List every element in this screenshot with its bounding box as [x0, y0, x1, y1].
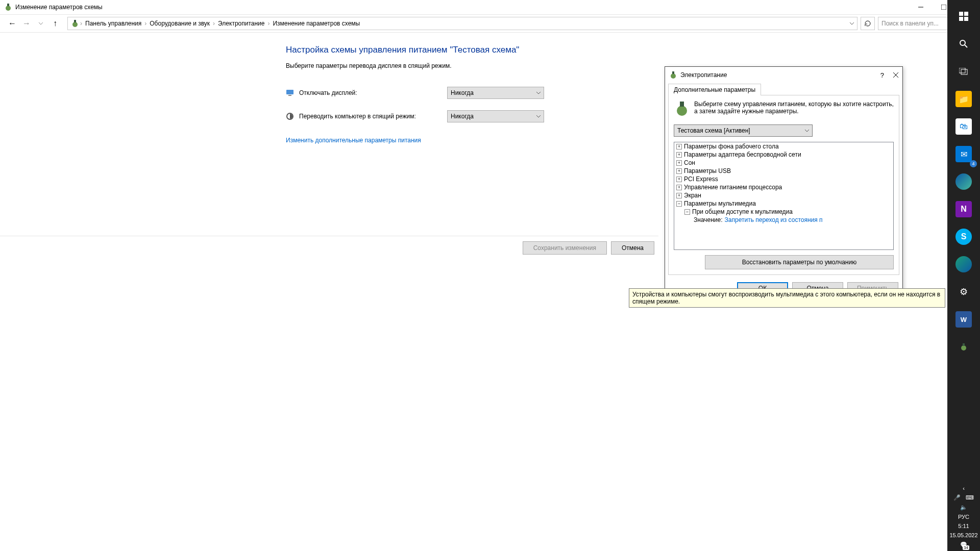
address-dropdown[interactable] [850, 21, 854, 26]
language-indicator[interactable]: РУС [958, 514, 969, 520]
tab-advanced[interactable]: Дополнительные параметры [668, 84, 761, 95]
svg-rect-18 [680, 102, 684, 107]
expand-icon[interactable]: + [676, 168, 682, 174]
mail-icon[interactable]: ✉ [951, 142, 976, 166]
edge-icon[interactable] [951, 169, 976, 194]
tree-item-value[interactable]: Значение: Запретить переход из состояния… [674, 216, 893, 224]
tree-value-link[interactable]: Запретить переход из состояния п [725, 216, 823, 223]
tray-expand-icon[interactable]: ‹ [963, 485, 965, 491]
dialog-titlebar: Электропитание ? [665, 67, 902, 83]
expand-icon[interactable]: + [676, 152, 682, 158]
svg-line-24 [965, 45, 967, 47]
chevron-down-icon [805, 127, 809, 134]
skype-icon[interactable]: S [951, 224, 976, 249]
tree-item[interactable]: −При общем доступе к мультимедиа [674, 208, 893, 216]
address-bar[interactable]: › Панель управления › Оборудование и зву… [67, 17, 857, 30]
sleep-icon [286, 112, 294, 120]
display-off-select[interactable]: Никогда [447, 87, 544, 99]
system-tray: ‹ 🎤 ⌨ 🔈 РУС 5:11 15.05.2022 💬 [949, 485, 977, 551]
input-icon[interactable]: ⌨ [966, 494, 974, 501]
dialog-description: Выберите схему управления питанием, кото… [694, 101, 894, 118]
chevron-right-icon: › [80, 20, 82, 27]
svg-rect-7 [74, 20, 76, 22]
edge-dev-icon[interactable] [951, 252, 976, 277]
sleep-select[interactable]: Никогда [447, 110, 544, 122]
svg-point-0 [6, 6, 11, 11]
tree-item[interactable]: +Параметры фона рабочего стола [674, 142, 893, 151]
refresh-button[interactable] [861, 17, 875, 30]
svg-point-17 [677, 106, 687, 116]
scheme-select[interactable]: Тестовая схема [Активен] [674, 124, 813, 137]
taskbar: 📁 🛍 ✉ N S ⚙ W ‹ 🎤 ⌨ 🔈 РУС 5:11 15.05.202… [947, 0, 980, 551]
expand-icon[interactable]: + [676, 144, 682, 149]
page-title: Настройка схемы управления питанием "Тес… [286, 45, 980, 55]
tree-item[interactable]: +Экран [674, 191, 893, 199]
back-button[interactable]: ← [5, 16, 19, 31]
microphone-icon[interactable]: 🎤 [953, 494, 961, 501]
minimize-button[interactable] [909, 0, 932, 14]
titlebar-left: Изменение параметров схемы [4, 3, 103, 11]
clock-time[interactable]: 5:11 [958, 523, 969, 529]
store-icon[interactable]: 🛍 [951, 114, 976, 139]
chevron-down-icon [536, 113, 541, 120]
display-off-label: Отключать дисплей: [299, 89, 442, 96]
settings-icon[interactable]: ⚙ [951, 280, 976, 304]
notifications-icon[interactable]: 💬 [960, 541, 967, 548]
volume-icon[interactable]: 🔈 [960, 504, 967, 511]
power-options-task-icon[interactable] [951, 335, 976, 359]
breadcrumb-l1[interactable]: Оборудование и звук [148, 20, 212, 27]
start-button[interactable] [951, 4, 976, 29]
breadcrumb-l3[interactable]: Изменение параметров схемы [271, 20, 362, 27]
tree-item[interactable]: +Управление питанием процессора [674, 183, 893, 191]
svg-rect-21 [959, 17, 963, 21]
sleep-value: Никогда [451, 113, 474, 120]
bottom-buttons: Сохранить изменения Отмена [0, 236, 658, 260]
collapse-icon[interactable]: − [684, 209, 690, 215]
svg-rect-25 [959, 68, 965, 73]
expand-icon[interactable]: + [676, 193, 682, 198]
onenote-icon[interactable]: N [951, 197, 976, 221]
forward-button[interactable]: → [19, 16, 34, 31]
expand-icon[interactable]: + [676, 177, 682, 182]
tree-item[interactable]: −Параметры мультимедиа [674, 199, 893, 208]
breadcrumb-root[interactable]: Панель управления [83, 20, 143, 27]
svg-rect-26 [961, 69, 967, 74]
clock-date[interactable]: 15.05.2022 [949, 532, 977, 538]
explorer-icon[interactable]: 📁 [951, 87, 976, 111]
power-plan-icon [71, 19, 79, 28]
help-button[interactable]: ? [880, 71, 884, 79]
dialog-close-button[interactable] [893, 71, 898, 79]
tree-item[interactable]: +Параметры USB [674, 167, 893, 175]
svg-rect-3 [941, 5, 946, 10]
expand-icon[interactable]: + [676, 185, 682, 190]
breadcrumb-l2[interactable]: Электропитание [216, 20, 266, 27]
word-icon[interactable]: W [951, 307, 976, 332]
svg-rect-10 [286, 90, 293, 94]
chevron-right-icon: › [144, 20, 146, 27]
chevron-right-icon: › [213, 20, 215, 27]
search-icon[interactable] [951, 32, 976, 56]
tree-item[interactable]: +Сон [674, 159, 893, 167]
svg-point-6 [72, 22, 78, 27]
up-button[interactable]: ↑ [48, 16, 62, 31]
settings-tree[interactable]: +Параметры фона рабочего стола +Параметр… [674, 142, 894, 250]
dialog-body: Выберите схему управления питанием, кото… [668, 95, 899, 275]
search-placeholder: Поиск в панели уп... [881, 20, 939, 27]
svg-rect-19 [959, 12, 963, 16]
task-view-icon[interactable] [951, 59, 976, 84]
recent-dropdown[interactable] [34, 16, 48, 31]
scheme-value: Тестовая схема [Активен] [677, 127, 750, 134]
svg-point-13 [671, 73, 676, 79]
titlebar: Изменение параметров схемы [0, 0, 980, 14]
expand-icon[interactable]: + [676, 160, 682, 166]
tree-item[interactable]: +PCI Express [674, 175, 893, 183]
tree-item[interactable]: +Параметры адаптера беспроводной сети [674, 151, 893, 159]
window-title: Изменение параметров схемы [15, 4, 103, 11]
power-plan-big-icon [674, 101, 690, 118]
svg-rect-20 [964, 12, 968, 16]
collapse-icon[interactable]: − [676, 201, 682, 207]
power-options-dialog: Электропитание ? Дополнительные параметр… [665, 66, 903, 299]
svg-rect-22 [964, 17, 968, 21]
restore-defaults-button[interactable]: Восстановить параметры по умолчанию [705, 255, 894, 269]
cancel-button[interactable]: Отмена [611, 241, 654, 255]
